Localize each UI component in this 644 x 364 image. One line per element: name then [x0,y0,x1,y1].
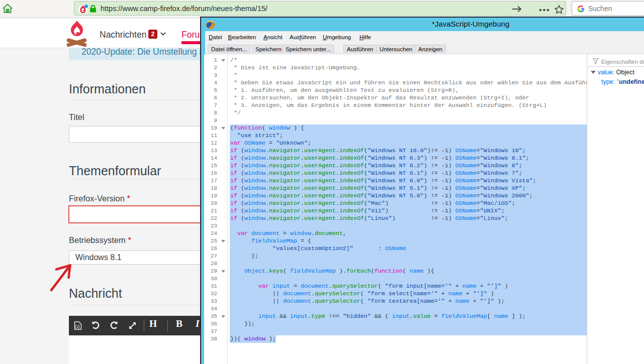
svg-text:(ɹ): (ɹ) [75,324,79,329]
